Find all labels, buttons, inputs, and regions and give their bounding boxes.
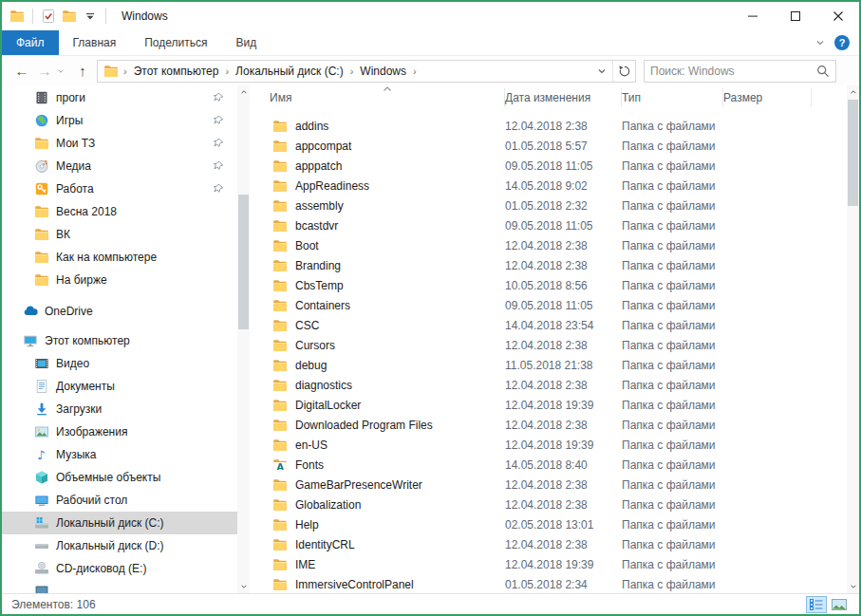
sidebar-item-Локальный-диск-C-[interactable]: Локальный диск (C:)	[2, 512, 237, 534]
breadcrumb-item[interactable]: Локальный диск (C:)	[232, 65, 347, 78]
sidebar-item-label: Изображения	[56, 425, 127, 439]
sidebar-item-Изображения[interactable]: Изображения	[2, 420, 237, 443]
up-button[interactable]: ↑	[72, 63, 93, 79]
file-date: 12.04.2018 2:38	[505, 239, 622, 252]
table-row[interactable]: debug11.05.2018 21:38Папка с файлами	[250, 355, 847, 375]
table-row[interactable]: Downloaded Program Files12.04.2018 2:38П…	[250, 415, 847, 435]
sidebar-item-Весна-2018[interactable]: Весна 2018	[2, 200, 237, 223]
expand-ribbon-icon[interactable]	[815, 38, 825, 47]
folder-icon[interactable]	[9, 9, 25, 24]
file-type: Папка с файлами	[622, 239, 723, 252]
sidebar-item-Игры[interactable]: Игры	[2, 109, 237, 132]
scroll-down-icon[interactable]	[237, 580, 250, 593]
table-row[interactable]: diagnostics12.04.2018 2:38Папка с файлам…	[250, 375, 847, 395]
breadcrumb-item[interactable]: Windows	[356, 65, 410, 78]
minimize-button[interactable]	[731, 2, 774, 30]
refresh-icon[interactable]	[612, 61, 635, 82]
scroll-down-icon[interactable]	[847, 580, 859, 593]
table-row[interactable]: Globalization12.04.2018 2:38Папка с файл…	[250, 495, 847, 514]
sidebar-item-Работа[interactable]: Работа	[2, 177, 237, 200]
file-name: en-US	[295, 439, 328, 452]
table-row[interactable]: appcompat01.05.2018 5:57Папка с файлами	[250, 136, 847, 156]
sidebar-item-Локальный-диск-D-[interactable]: Локальный диск (D:)	[2, 534, 237, 557]
sidebar-item-label: На бирже	[56, 273, 107, 287]
tab-home[interactable]: Главная	[59, 30, 131, 55]
table-row[interactable]: IdentityCRL12.04.2018 2:38Папка с файлам…	[250, 534, 847, 554]
sidebar-item-Загрузки[interactable]: Загрузки	[2, 398, 237, 420]
sidebar-item-Видео[interactable]: Видео	[2, 352, 237, 375]
customize-toolbar-icon[interactable]	[83, 9, 98, 24]
scrollbar-thumb[interactable]	[238, 195, 249, 329]
thumbnails-view-button[interactable]	[829, 596, 850, 613]
sidebar-item-ВК[interactable]: ВК	[2, 223, 237, 246]
table-row[interactable]: AppReadiness14.05.2018 9:02Папка с файла…	[250, 176, 847, 196]
folder-icon	[272, 477, 288, 493]
table-row[interactable]: ImmersiveControlPanel01.05.2018 2:34Папк…	[250, 574, 847, 593]
sidebar-item-Рабочий-стол[interactable]: Рабочий стол	[2, 489, 237, 512]
column-header-Размер[interactable]: Размер	[723, 88, 812, 107]
forward-button[interactable]: →	[34, 63, 55, 79]
file-name: appcompat	[295, 140, 351, 153]
table-row[interactable]: assembly01.05.2018 2:32Папка с файлами	[250, 196, 847, 215]
maximize-button[interactable]	[774, 2, 816, 30]
sidebar-item-Этот-компьютер[interactable]: Этот компьютер	[2, 329, 237, 352]
recent-locations-icon[interactable]	[57, 67, 70, 75]
new-folder-icon[interactable]	[62, 9, 77, 24]
tab-view[interactable]: Вид	[221, 30, 271, 55]
tab-file[interactable]: Файл	[2, 30, 59, 55]
sidebar-item-проги[interactable]: проги	[2, 86, 237, 109]
sidebar-item-label: Весна 2018	[56, 205, 117, 218]
scrollbar-thumb[interactable]	[848, 100, 858, 206]
sidebar-item-Объемные-объекты[interactable]: Объемные объекты	[2, 466, 237, 489]
search-icon[interactable]	[816, 65, 830, 78]
table-row[interactable]: apppatch09.05.2018 11:05Папка с файлами	[250, 156, 847, 176]
details-view-button[interactable]	[806, 596, 827, 613]
table-row[interactable]: Boot12.04.2018 2:38Папка с файлами	[250, 235, 847, 255]
sidebar-item-Медиа[interactable]: Медиа	[2, 155, 237, 177]
folder-icon	[272, 159, 288, 174]
tab-share[interactable]: Поделиться	[130, 30, 221, 55]
sidebar-item-Как-на-компьютере[interactable]: Как на компьютере	[2, 246, 237, 269]
address-bar[interactable]: ›Этот компьютер›Локальный диск (C:)›Wind…	[97, 60, 636, 83]
table-row[interactable]: Branding12.04.2018 2:38Папка с файлами	[250, 255, 847, 275]
sidebar-item-Мои-ТЗ[interactable]: Мои ТЗ	[2, 132, 237, 155]
sidebar-item-Документы[interactable]: Документы	[2, 375, 237, 398]
sidebar-item-CD-дисковод-E-[interactable]: CD-дисковод (E:)	[2, 557, 237, 580]
properties-icon[interactable]	[41, 9, 56, 24]
file-date: 11.05.2018 21:38	[505, 359, 622, 372]
search-box[interactable]	[644, 60, 836, 83]
table-row[interactable]: addins12.04.2018 2:38Папка с файлами	[250, 116, 847, 136]
search-input[interactable]	[650, 65, 816, 78]
scroll-up-icon[interactable]	[847, 85, 859, 99]
table-row[interactable]: Help02.05.2018 13:01Папка с файлами	[250, 514, 847, 534]
sidebar-item-label: Медиа	[56, 159, 91, 173]
address-band: ← → ↑ ›Этот компьютер›Локальный диск (C:…	[2, 56, 859, 85]
table-row[interactable]: en-US12.04.2018 19:39Папка с файлами	[250, 435, 847, 455]
table-row[interactable]: AFonts14.05.2018 8:40Папка с файлами	[250, 455, 847, 475]
sidebar-item[interactable]	[2, 580, 237, 593]
table-row[interactable]: DigitalLocker12.04.2018 19:39Папка с фай…	[250, 395, 847, 415]
column-header-Дата изменения[interactable]: Дата изменения	[505, 88, 622, 107]
column-header-Тип[interactable]: Тип	[622, 88, 723, 107]
previous-locations-icon[interactable]	[591, 66, 612, 76]
folder-icon	[272, 537, 288, 552]
sidebar-item-OneDrive[interactable]: OneDrive	[2, 300, 237, 323]
breadcrumb-item[interactable]: Этот компьютер	[130, 65, 223, 78]
help-icon[interactable]: ?	[834, 35, 850, 50]
table-row[interactable]: IME12.04.2018 19:39Папка с файлами	[250, 554, 847, 574]
sidebar-item-На-бирже[interactable]: На бирже	[2, 269, 237, 291]
sidebar-item-label: Локальный диск (C:)	[56, 516, 164, 530]
sidebar-item-Музыка[interactable]: ♪Музыка	[2, 443, 237, 466]
table-row[interactable]: CbsTemp10.05.2018 8:56Папка с файлами	[250, 275, 847, 295]
table-row[interactable]: GameBarPresenceWriter12.04.2018 2:38Папк…	[250, 475, 847, 495]
ribbon-tabs: ФайлГлавнаяПоделитьсяВид ?	[2, 30, 859, 56]
close-button[interactable]	[816, 2, 859, 30]
sidebar-scrollbar[interactable]	[237, 85, 250, 593]
table-row[interactable]: CSC14.04.2018 23:54Папка с файлами	[250, 315, 847, 335]
back-button[interactable]: ←	[11, 63, 32, 79]
table-row[interactable]: Cursors12.04.2018 2:38Папка с файлами	[250, 335, 847, 355]
table-row[interactable]: Containers09.05.2018 11:05Папка с файлам…	[250, 295, 847, 315]
table-row[interactable]: bcastdvr09.05.2018 11:05Папка с файлами	[250, 215, 847, 235]
scroll-up-icon[interactable]	[237, 85, 250, 99]
filelist-scrollbar[interactable]	[847, 85, 859, 593]
